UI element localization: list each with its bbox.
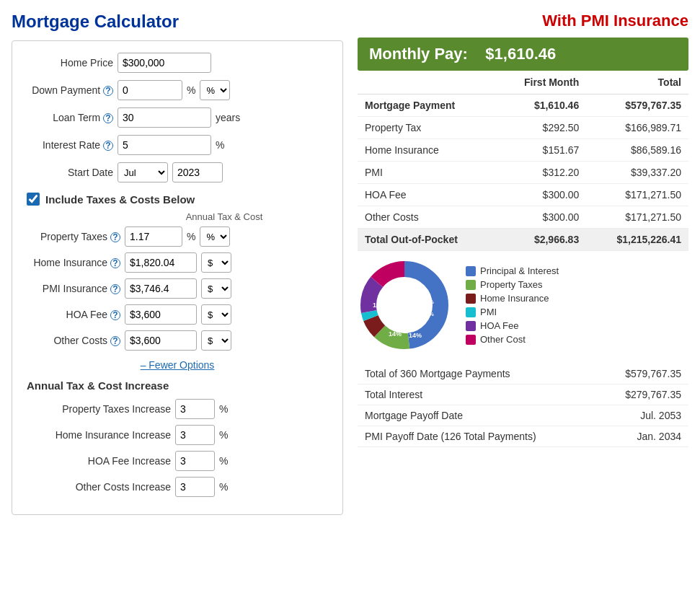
summary-table: Total of 360 Mortgage Payments $579,767.…	[358, 364, 688, 447]
loan-term-help-icon[interactable]: ?	[103, 113, 113, 123]
home-insurance-input[interactable]	[125, 252, 197, 273]
table-row: Property Tax $292.50 $166,989.71	[358, 117, 688, 139]
legend-label: HOA Fee	[480, 320, 518, 331]
results-table: First Month Total Mortgage Payment $1,61…	[358, 71, 688, 251]
property-taxes-help-icon[interactable]: ?	[110, 232, 120, 242]
start-date-row: Start Date JanFebMarApr MayJunJulAug Sep…	[27, 162, 328, 182]
table-row: Mortgage Payment $1,610.46 $579,767.35	[358, 94, 688, 117]
loan-term-input[interactable]	[118, 107, 211, 128]
pmi-insurance-label: PMI Insurance ?	[27, 283, 120, 294]
summary-row: Mortgage Payoff Date Jul. 2053	[358, 405, 688, 426]
summary-row: PMI Payoff Date (126 Total Payments) Jan…	[358, 426, 688, 447]
interest-rate-label: Interest Rate ?	[27, 139, 113, 151]
taxes-costs-checkbox-row: Include Taxes & Costs Below	[27, 193, 328, 206]
hoa-fee-label: HOA Fee ?	[27, 309, 120, 320]
other-costs-select[interactable]: $%	[201, 330, 231, 351]
other-costs-input[interactable]	[125, 330, 197, 351]
down-payment-pct-label: %	[187, 84, 195, 96]
summary-label: Total of 360 Mortgage Payments	[358, 364, 598, 384]
hoa-increase-input[interactable]	[175, 451, 215, 471]
loan-term-row: Loan Term ? years	[27, 107, 328, 128]
row-label: Other Costs	[358, 206, 497, 229]
prop-tax-increase-suffix: %	[219, 403, 228, 415]
home-price-label: Home Price	[27, 57, 113, 69]
home-ins-increase-label: Home Insurance Increase	[27, 429, 171, 441]
start-date-month-select[interactable]: JanFebMarApr MayJunJulAug SepOctNovDec	[118, 162, 168, 182]
pmi-insurance-select[interactable]: $%	[201, 278, 231, 299]
donut-chart: 48% 14% 14% 14% 7% 3%	[358, 258, 451, 352]
legend-label: Property Taxes	[480, 279, 542, 290]
fewer-options-link[interactable]: – Fewer Options	[27, 359, 328, 371]
total-total: $1,215,226.41	[586, 229, 688, 251]
home-ins-increase-suffix: %	[219, 429, 228, 441]
down-payment-help-icon[interactable]: ?	[103, 86, 113, 96]
other-costs-increase-row: Other Costs Increase %	[27, 477, 328, 497]
other-costs-help-icon[interactable]: ?	[110, 336, 120, 346]
fewer-options-anchor[interactable]: – Fewer Options	[141, 359, 215, 371]
legend-label: Other Cost	[480, 334, 526, 345]
home-insurance-label: Home Insurance ?	[27, 257, 120, 268]
summary-label: Total Interest	[358, 384, 598, 405]
pmi-help-icon[interactable]: ?	[110, 284, 120, 294]
summary-value: Jul. 2053	[598, 405, 688, 426]
summary-row: Total Interest $279,767.35	[358, 384, 688, 405]
property-taxes-label: Property Taxes ?	[27, 231, 120, 242]
legend-item: PMI	[466, 307, 559, 317]
prop-tax-increase-row: Property Taxes Increase %	[27, 399, 328, 419]
hoa-help-icon[interactable]: ?	[110, 310, 120, 320]
other-costs-increase-input[interactable]	[175, 477, 215, 497]
legend-item: Other Cost	[466, 334, 559, 345]
property-taxes-select[interactable]: %$	[200, 226, 230, 247]
summary-row: Total of 360 Mortgage Payments $579,767.…	[358, 364, 688, 384]
interest-rate-input[interactable]	[118, 135, 211, 155]
pmi-title: With PMI Insurance	[358, 12, 688, 30]
legend-item: HOA Fee	[466, 320, 559, 331]
label-14-prop: 14%	[373, 302, 386, 309]
hoa-fee-row: HOA Fee ? $%	[27, 304, 328, 325]
annual-tax-subheader: Annual Tax & Cost	[120, 211, 328, 222]
label-14-other: 14%	[389, 330, 402, 338]
total-first: $2,966.83	[497, 229, 587, 251]
row-first: $1,610.46	[497, 94, 587, 117]
interest-rate-suffix: %	[216, 139, 224, 151]
legend-item: Principal & Interest	[466, 265, 559, 276]
chart-legend: Principal & Interest Property Taxes Home…	[466, 265, 559, 345]
home-price-input[interactable]	[118, 53, 211, 73]
down-payment-input[interactable]	[118, 80, 182, 100]
row-total: $171,271.50	[586, 184, 688, 206]
monthly-pay-label: Monthly Pay:	[369, 45, 468, 63]
legend-label: Home Insurance	[480, 293, 549, 304]
monthly-pay-value: $1,610.46	[485, 45, 556, 63]
right-panel: With PMI Insurance Monthly Pay: $1,610.4…	[358, 12, 688, 447]
legend-dot	[466, 307, 476, 317]
down-payment-select[interactable]: % $	[200, 80, 230, 100]
hoa-increase-row: HOA Fee Increase %	[27, 451, 328, 471]
home-insurance-help-icon[interactable]: ?	[110, 258, 120, 268]
donut-hole	[384, 285, 425, 325]
start-date-year-input[interactable]	[172, 162, 223, 182]
label-14-hoa: 14%	[409, 332, 422, 339]
hoa-fee-select[interactable]: $%	[201, 304, 231, 325]
pmi-insurance-row: PMI Insurance ? $%	[27, 278, 328, 299]
pmi-insurance-input[interactable]	[125, 278, 197, 299]
summary-label: PMI Payoff Date (126 Total Payments)	[358, 426, 598, 447]
home-ins-increase-input[interactable]	[175, 425, 215, 445]
total-label: Total Out-of-Pocket	[358, 229, 497, 251]
increase-section-title: Annual Tax & Cost Increase	[27, 379, 328, 392]
hoa-fee-input[interactable]	[125, 304, 197, 325]
taxes-costs-checkbox[interactable]	[27, 193, 40, 206]
property-taxes-input[interactable]	[125, 226, 182, 247]
summary-value: Jan. 2034	[598, 426, 688, 447]
interest-rate-help-icon[interactable]: ?	[103, 141, 113, 151]
prop-tax-increase-input[interactable]	[175, 399, 215, 419]
table-row: Home Insurance $151.67 $86,589.16	[358, 139, 688, 162]
row-first: $151.67	[497, 139, 587, 162]
home-insurance-row: Home Insurance ? $%	[27, 252, 328, 273]
table-row: HOA Fee $300.00 $171,271.50	[358, 184, 688, 206]
row-label: Mortgage Payment	[358, 94, 497, 117]
row-total: $171,271.50	[586, 206, 688, 229]
home-insurance-select[interactable]: $%	[201, 252, 231, 273]
legend-dot	[466, 280, 476, 290]
table-row: PMI $312.20 $39,337.20	[358, 162, 688, 184]
other-costs-increase-label: Other Costs Increase	[27, 481, 171, 493]
